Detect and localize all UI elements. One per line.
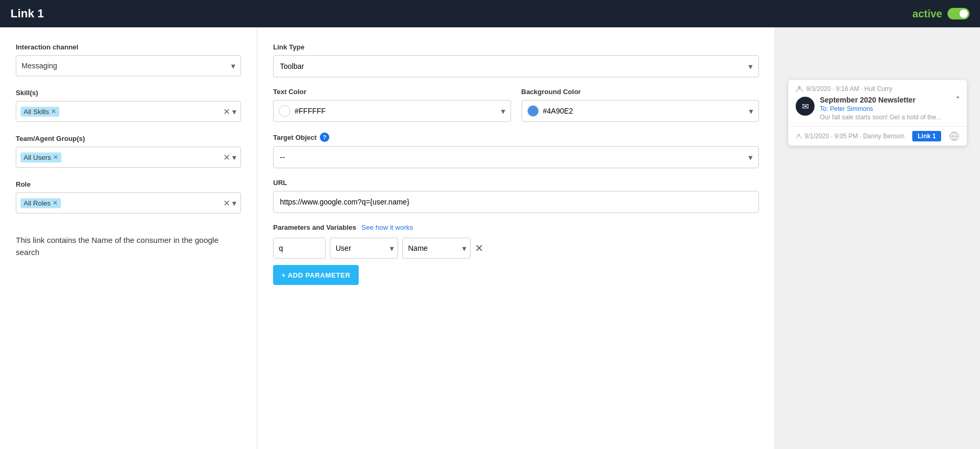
svg-point-1: [798, 134, 800, 136]
preview-meta-top: 9/3/2020 · 9:16 AM · Hull Curry: [788, 80, 967, 96]
role-group: Role All Roles ✕ ✕ ▾: [16, 180, 241, 213]
interaction-channel-value: Messaging: [22, 62, 57, 70]
email-icon-wrapper: ✉: [796, 97, 815, 116]
param-attr-wrapper: Name Email ID ▾: [402, 238, 471, 259]
skills-tag-select[interactable]: All Skills ✕ ✕ ▾: [16, 101, 241, 122]
chevron-down-icon: ▾: [501, 106, 505, 116]
all-users-tag[interactable]: All Users ✕: [20, 152, 61, 162]
interaction-channel-select[interactable]: Messaging ▾: [16, 55, 241, 76]
status-label: active: [912, 8, 942, 20]
active-toggle[interactable]: [947, 8, 969, 19]
link-type-select[interactable]: Toolbar Sidebar Button: [273, 55, 759, 77]
chevron-down-icon: ˅: [956, 96, 960, 104]
role-label: Role: [16, 180, 241, 188]
preview-bottom-meta: 9/1/2020 · 9:05 PM · Danny Benson: [796, 132, 904, 140]
param-attr-select[interactable]: Name Email ID: [402, 238, 471, 259]
email-subject: September 2020 Newsletter ˅: [820, 96, 960, 104]
bg-color-swatch: [527, 105, 539, 117]
role-tag-select[interactable]: All Roles ✕ ✕ ▾: [16, 192, 241, 213]
text-color-swatch: [279, 105, 290, 117]
params-label-row: Parameters and Variables See how it work…: [273, 223, 759, 231]
left-panel: Interaction channel Messaging ▾ Skill(s)…: [0, 27, 257, 449]
params-label-text: Parameters and Variables: [273, 223, 356, 231]
tag-close-icon[interactable]: ✕: [51, 108, 56, 115]
email-preview-text: Our fall sale starts soon! Get a hold of…: [820, 114, 960, 121]
chevron-down-icon[interactable]: ▾: [232, 152, 236, 162]
tag-select-arrows: ✕ ▾: [223, 152, 236, 162]
target-object-label: Target Object ?: [273, 132, 759, 142]
chevron-down-icon: ▾: [749, 106, 753, 116]
preview-email-row: ✉ September 2020 Newsletter ˅ To: Peter …: [788, 96, 967, 127]
svg-point-0: [798, 86, 801, 89]
middle-panel: Link Type Toolbar Sidebar Button ▾ Text …: [257, 27, 775, 449]
tag-select-arrows: ✕ ▾: [223, 107, 236, 117]
email-content: September 2020 Newsletter ˅ To: Peter Si…: [820, 96, 960, 121]
preview-meta-text: 9/3/2020 · 9:16 AM · Hull Curry: [806, 85, 892, 93]
link-type-row: Link Type Toolbar Sidebar Button ▾: [273, 43, 759, 77]
chevron-down-icon: ▾: [231, 61, 235, 71]
team-agent-tag-select[interactable]: All Users ✕ ✕ ▾: [16, 147, 241, 168]
right-panel: 9/3/2020 · 9:16 AM · Hull Curry ✉ Septem…: [775, 27, 980, 449]
bg-color-field: Background Color ▾: [522, 88, 759, 122]
status-area: active: [912, 8, 969, 20]
target-object-row: Target Object ? -- ▾: [273, 132, 759, 168]
bg-color-input[interactable]: ▾: [522, 100, 759, 122]
page-title: Link 1: [11, 7, 44, 21]
tag-label: All Skills: [24, 108, 49, 116]
see-how-link[interactable]: See how it works: [361, 223, 413, 231]
person-icon-small: [796, 133, 802, 139]
chevron-down-icon[interactable]: ▾: [232, 107, 236, 117]
bg-color-value[interactable]: [543, 107, 745, 115]
person-icon: [796, 85, 803, 93]
all-roles-tag[interactable]: All Roles ✕: [20, 198, 61, 208]
color-row: Text Color ▾ Background Color ▾: [273, 88, 759, 122]
team-agent-group: Team/Agent Group(s) All Users ✕ ✕ ▾: [16, 135, 241, 168]
param-delete-icon[interactable]: ✕: [475, 243, 484, 253]
team-agent-label: Team/Agent Group(s): [16, 135, 241, 142]
preview-bottom-row: 9/1/2020 · 9:05 PM · Danny Benson Link 1: [788, 127, 967, 146]
bg-color-label: Background Color: [522, 88, 759, 96]
text-color-label: Text Color: [273, 88, 511, 96]
params-row: Parameters and Variables See how it work…: [273, 223, 759, 285]
target-object-select[interactable]: --: [273, 146, 759, 168]
tag-close-icon[interactable]: ✕: [53, 200, 58, 206]
add-parameter-button[interactable]: + ADD PARAMETER: [273, 265, 359, 285]
email-to: To: Peter Simmons: [820, 105, 960, 113]
link-type-select-container: Toolbar Sidebar Button ▾: [273, 55, 759, 77]
url-label: URL: [273, 179, 759, 187]
all-skills-tag[interactable]: All Skills ✕: [20, 107, 59, 117]
tag-label: All Roles: [24, 199, 50, 207]
email-icon: ✉: [802, 101, 809, 111]
main-content: Interaction channel Messaging ▾ Skill(s)…: [0, 27, 980, 449]
clear-icon[interactable]: ✕: [223, 198, 230, 208]
param-row-1: User Agent Conversation ▾ Name Email ID …: [273, 238, 759, 259]
param-key-input[interactable]: [273, 238, 326, 259]
text-color-input[interactable]: ▾: [273, 100, 511, 122]
chevron-down-icon[interactable]: ▾: [232, 198, 236, 208]
text-color-field: Text Color ▾: [273, 88, 511, 122]
param-type-wrapper: User Agent Conversation ▾: [330, 238, 398, 259]
app-header: Link 1 active: [0, 0, 980, 27]
preview-card: 9/3/2020 · 9:16 AM · Hull Curry ✉ Septem…: [788, 80, 967, 146]
link-type-label: Link Type: [273, 43, 759, 51]
target-object-select-container: -- ▾: [273, 146, 759, 168]
link1-badge[interactable]: Link 1: [912, 131, 941, 141]
skills-label: Skill(s): [16, 89, 241, 97]
tag-label: All Users: [24, 154, 51, 161]
skills-group: Skill(s) All Skills ✕ ✕ ▾: [16, 89, 241, 122]
clear-icon[interactable]: ✕: [223, 152, 230, 162]
param-type-select[interactable]: User Agent Conversation: [330, 238, 398, 259]
url-row: URL: [273, 179, 759, 213]
text-color-value[interactable]: [295, 107, 497, 115]
tag-select-arrows: ✕ ▾: [223, 198, 236, 208]
tag-close-icon[interactable]: ✕: [53, 154, 58, 160]
interaction-channel-label: Interaction channel: [16, 43, 241, 51]
link-description: This link contains the Name of the consu…: [16, 234, 241, 258]
globe-icon: [949, 131, 960, 141]
url-input[interactable]: [273, 191, 759, 213]
clear-icon[interactable]: ✕: [223, 107, 230, 117]
help-icon[interactable]: ?: [320, 132, 329, 142]
interaction-channel-group: Interaction channel Messaging ▾: [16, 43, 241, 76]
